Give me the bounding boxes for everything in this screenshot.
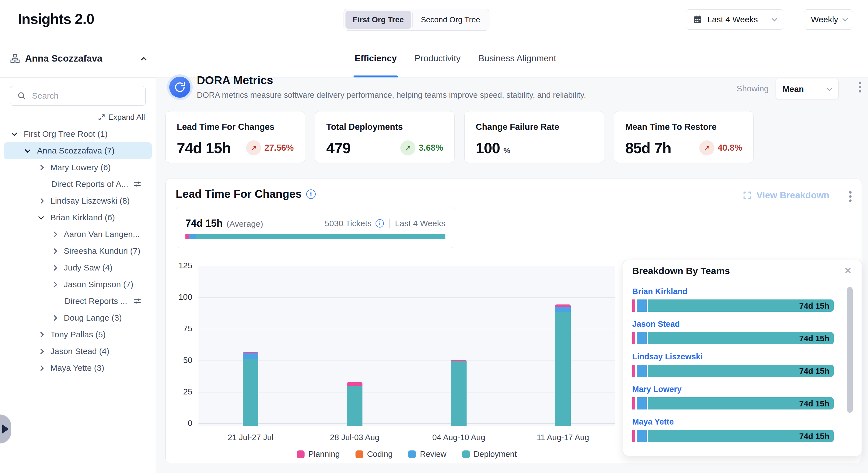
gridline (198, 297, 615, 298)
tree-node[interactable]: First Org Tree Root (1) (4, 126, 152, 142)
breakdown-stacked-bar: 74d 15h (632, 299, 834, 312)
bar-segment-review (243, 353, 258, 359)
breakdown-item: Jason Stead 74d 15h (632, 320, 834, 344)
tree-node[interactable]: Jason Simpson (7) (4, 276, 152, 293)
tab-business-alignment[interactable]: Business Alignment (477, 39, 557, 78)
legend-item-planning[interactable]: Planning (297, 450, 340, 459)
tree-chevron-icon[interactable] (52, 282, 57, 287)
breakdown-item: Brian Kirkland 74d 15h (632, 287, 834, 312)
legend-swatch-icon (462, 450, 470, 458)
legend-item-review[interactable]: Review (408, 450, 446, 459)
filter-sliders-icon[interactable] (133, 297, 142, 307)
tree-node[interactable]: Judy Saw (4) (4, 259, 152, 276)
tab-efficiency[interactable]: Efficiency (353, 39, 398, 78)
bar-segment-deployment (347, 386, 363, 426)
tree-chevron-icon[interactable] (38, 331, 44, 337)
tree-chevron-icon[interactable] (25, 147, 31, 153)
x-tick-label: 28 Jul-03 Aug (313, 433, 396, 442)
tree-node[interactable]: Sireesha Kunduri (7) (4, 243, 152, 259)
play-arrow-icon (2, 424, 9, 434)
legend-item-coding[interactable]: Coding (355, 450, 393, 459)
breakdown-team-link[interactable]: Jason Stead (632, 320, 834, 329)
date-range-select[interactable]: Last 4 Weeks (686, 9, 783, 30)
sidebar-user-name: Anna Scozzafava (25, 53, 102, 64)
info-icon[interactable]: i (306, 189, 316, 199)
tree-chevron-icon[interactable] (52, 265, 57, 270)
view-breakdown-button[interactable]: View Breakdown (742, 190, 829, 201)
tree-node[interactable]: Direct Reports ... (4, 293, 152, 309)
lead-time-kebab-menu[interactable] (849, 191, 851, 202)
tree-node[interactable]: Doug Lange (3) (4, 309, 152, 326)
bar-segment-planning (555, 304, 571, 307)
granularity-select[interactable]: Weekly (804, 9, 853, 30)
tree-chevron-icon[interactable] (38, 348, 44, 354)
breakdown-team-link[interactable]: Mary Lowery (632, 385, 834, 394)
tree-chevron-icon[interactable] (38, 198, 44, 204)
gridline (198, 266, 615, 266)
tree-node-label: Aaron Van Langen... (64, 230, 140, 239)
tab-productivity[interactable]: Productivity (413, 39, 462, 78)
sidebar-header[interactable]: Anna Scozzafava (0, 39, 156, 78)
search-input[interactable] (10, 86, 146, 106)
tree-node[interactable]: Maya Yette (3) (4, 360, 152, 376)
tree-chevron-icon[interactable] (38, 164, 44, 170)
tree-chevron-icon[interactable] (52, 248, 57, 254)
breakdown-title: Breakdown By Teams (632, 265, 730, 276)
tree-chevron-icon[interactable] (11, 130, 17, 136)
tree-node[interactable]: Tony Pallas (5) (4, 326, 152, 343)
tree-chevron-icon[interactable] (52, 315, 57, 321)
scrollbar-thumb[interactable] (847, 287, 853, 413)
main-area: Efficiency Productivity Business Alignme… (156, 39, 868, 473)
breakdown-team-link[interactable]: Maya Yette (632, 417, 834, 426)
tree-node[interactable]: Aaron Van Langen... (4, 226, 152, 243)
metric-card-title: Lead Time For Changes (177, 122, 294, 132)
lead-time-summary-card: 74d 15h (Average) 5030 Tickets i Last 4 … (176, 207, 455, 248)
tree-node[interactable]: Lindsay Liszewski (8) (4, 193, 152, 209)
breakdown-bar-segment-planning (632, 430, 635, 442)
tree-chevron-icon[interactable] (52, 231, 57, 237)
tree-node-label: Direct Reports ... (65, 296, 127, 306)
close-icon[interactable] (843, 266, 853, 276)
y-tick-label: 50 (166, 355, 192, 365)
tree-node[interactable]: Brian Kirkland (6) (4, 209, 152, 226)
metric-card-title: Change Failure Rate (476, 122, 593, 132)
metric-delta-badge: ↗ 40.8% (699, 140, 742, 155)
breakdown-team-link[interactable]: Lindsay Liszewski (632, 352, 834, 361)
legend-item-deployment[interactable]: Deployment (462, 450, 517, 459)
filter-sliders-icon[interactable] (133, 180, 142, 190)
tree-node[interactable]: Anna Scozzafava (7) (4, 142, 152, 159)
info-icon[interactable]: i (376, 219, 384, 228)
dora-section-title: DORA Metrics (197, 74, 273, 87)
dora-metrics-icon (167, 75, 193, 100)
toggle-second-org-tree[interactable]: Second Org Tree (414, 11, 488, 29)
tree-chevron-icon[interactable] (38, 214, 44, 219)
summary-value: 74d 15h (185, 217, 223, 229)
tree-node[interactable]: Jason Stead (4) (4, 343, 152, 360)
tree-node[interactable]: Mary Lowery (6) (4, 159, 152, 176)
tree-chevron-icon[interactable] (38, 365, 44, 371)
trend-arrow-icon: ↗ (699, 140, 714, 155)
chart-legend: PlanningCodingReviewDeployment (198, 450, 615, 459)
showing-select[interactable]: Mean (776, 79, 838, 99)
chevron-up-icon[interactable] (141, 57, 147, 62)
y-tick-label: 75 (166, 324, 192, 333)
stacked-bar-28 Jul-03 Aug (347, 382, 363, 426)
chevron-down-icon (842, 16, 848, 22)
dora-kebab-menu[interactable] (859, 82, 861, 92)
stacked-bar-21 Jul-27 Jul (243, 352, 258, 426)
summary-bar-segment-deployment (196, 234, 445, 239)
metric-card-value: 100 (476, 140, 500, 156)
tree-node-label: Lindsay Liszewski (8) (51, 196, 130, 206)
toggle-first-org-tree[interactable]: First Org Tree (345, 11, 411, 29)
expand-all-button[interactable]: Expand All (0, 113, 145, 122)
stacked-bar-11 Aug-17 Aug (555, 304, 571, 426)
breakdown-item: Mary Lowery 74d 15h (632, 385, 834, 410)
tree-node-label: First Org Tree Root (1) (24, 129, 108, 139)
gridline (198, 329, 615, 329)
breakdown-bar-segment-review (637, 332, 647, 344)
breakdown-panel: Breakdown By Teams Brian Kirkland 74d 15… (623, 260, 862, 456)
breakdown-stacked-bar: 74d 15h (632, 397, 834, 410)
breakdown-team-link[interactable]: Brian Kirkland (632, 287, 834, 296)
tree-node[interactable]: Direct Reports of A... (4, 176, 152, 193)
breakdown-bar-segment-review (637, 397, 647, 410)
